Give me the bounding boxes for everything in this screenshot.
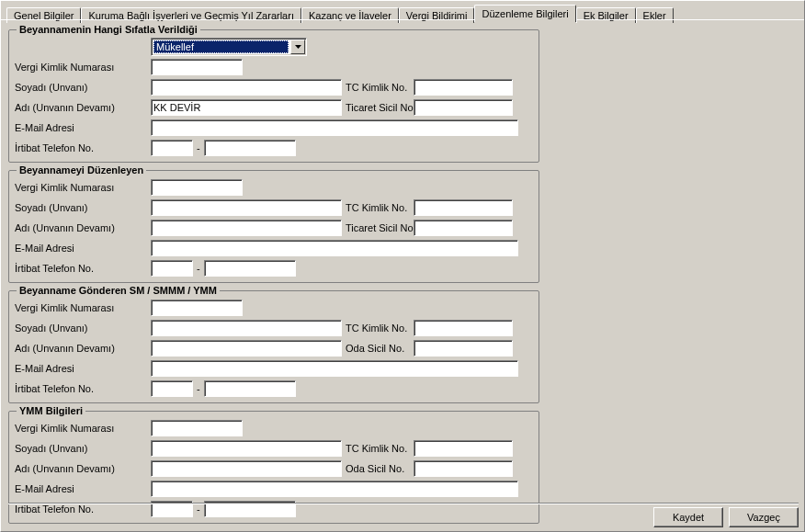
label-ticaret: Ticaret Sicil No. <box>342 102 414 113</box>
tckimlik-input[interactable] <box>414 79 513 96</box>
cancel-button[interactable]: Vazgeç <box>729 507 799 527</box>
tel-area-input[interactable] <box>151 140 193 156</box>
tab-vergi-bildirimi[interactable]: Vergi Bildirimi <box>399 7 475 23</box>
email-input[interactable] <box>151 481 518 497</box>
group-duzenleyen-legend: Beyannameyi Düzenleyen <box>17 164 146 175</box>
tel-number-input[interactable] <box>204 380 296 397</box>
soyadi-input[interactable] <box>151 440 342 457</box>
adi-input[interactable] <box>151 220 342 236</box>
group-gonderen: Beyanname Gönderen SM / SMMM / YMM Vergi… <box>8 285 539 403</box>
label-soyadi: Soyadı (Unvanı) <box>15 443 151 454</box>
odasicil-input[interactable] <box>414 460 513 477</box>
label-email: E-Mail Adresi <box>15 363 151 374</box>
tel-dash: - <box>197 142 200 153</box>
label-soyadi: Soyadı (Unvanı) <box>15 323 151 334</box>
adi-input[interactable] <box>151 340 342 357</box>
label-adi: Adı (Unvanın Devamı) <box>15 463 151 474</box>
label-soyadi: Soyadı (Unvanı) <box>15 82 151 93</box>
group-ymm-legend: YMM Bilgileri <box>17 405 85 416</box>
tel-number-input[interactable] <box>204 140 296 156</box>
main-panel: { "tabs": [ {"label": "Genel Bilgiler"},… <box>0 0 805 532</box>
vkn-input[interactable] <box>151 59 243 75</box>
label-email: E-Mail Adresi <box>15 243 151 254</box>
label-soyadi: Soyadı (Unvanı) <box>15 202 151 213</box>
soyadi-input[interactable] <box>151 199 342 216</box>
tab-kuruma-bagli[interactable]: Kuruma Bağlı İşyerleri ve Geçmiş Yıl Zar… <box>81 7 301 23</box>
ticaret-input[interactable] <box>414 220 513 236</box>
label-email: E-Mail Adresi <box>15 122 151 133</box>
adi-input[interactable] <box>151 460 342 477</box>
tckimlik-input[interactable] <box>414 440 513 457</box>
label-adi: Adı (Unvanın Devamı) <box>15 102 151 113</box>
label-adi: Adı (Unvanın Devamı) <box>15 222 151 233</box>
vkn-input[interactable] <box>151 420 243 436</box>
label-vkn: Vergi Kimlik Numarası <box>15 302 151 313</box>
tab-content: Beyannamenin Hangi Sıfatla Verildiği Mük… <box>1 20 804 524</box>
label-adi: Adı (Unvanın Devamı) <box>15 343 151 354</box>
label-tckimlik: TC Kimlik No. <box>342 323 414 334</box>
sifat-dropdown-value: Mükellef <box>153 40 289 53</box>
tel-area-input[interactable] <box>151 380 193 397</box>
label-tckimlik: TC Kimlik No. <box>342 443 414 454</box>
tab-duzenleme-bilgileri[interactable]: Düzenleme Bilgileri <box>474 5 575 22</box>
label-odasicil: Oda Sicil No. <box>342 343 414 354</box>
tel-number-input[interactable] <box>204 260 296 277</box>
group-sifat: Beyannamenin Hangi Sıfatla Verildiği Mük… <box>8 24 539 163</box>
odasicil-input[interactable] <box>414 340 513 357</box>
tab-ekler[interactable]: Ekler <box>636 7 674 23</box>
label-tckimlik: TC Kimlik No. <box>342 82 414 93</box>
email-input[interactable] <box>151 119 518 136</box>
soyadi-input[interactable] <box>151 320 342 336</box>
tab-ek-bilgiler[interactable]: Ek Bilgiler <box>576 7 636 23</box>
label-telefon: İrtibat Telefon No. <box>15 383 151 394</box>
label-telefon: İrtibat Telefon No. <box>15 142 151 153</box>
label-vkn: Vergi Kimlik Numarası <box>15 423 151 434</box>
chevron-down-icon[interactable] <box>290 40 305 54</box>
tckimlik-input[interactable] <box>414 320 513 336</box>
tckimlik-input[interactable] <box>414 199 513 216</box>
label-ticaret: Ticaret Sicil No. <box>342 222 414 233</box>
email-input[interactable] <box>151 240 518 256</box>
tel-dash: - <box>197 383 200 394</box>
label-email: E-Mail Adresi <box>15 483 151 494</box>
vkn-input[interactable] <box>151 300 243 316</box>
button-bar: Kaydet Vazgeç <box>8 503 799 527</box>
group-gonderen-legend: Beyanname Gönderen SM / SMMM / YMM <box>17 285 220 296</box>
label-vkn: Vergi Kimlik Numarası <box>15 62 151 73</box>
label-telefon: İrtibat Telefon No. <box>15 263 151 274</box>
group-sifat-legend: Beyannamenin Hangi Sıfatla Verildiği <box>17 24 200 35</box>
tab-kazanc-ilaveler[interactable]: Kazanç ve İlaveler <box>301 7 399 23</box>
tab-genel-bilgiler[interactable]: Genel Bilgiler <box>6 7 81 23</box>
label-tckimlik: TC Kimlik No. <box>342 202 414 213</box>
group-duzenleyen: Beyannameyi Düzenleyen Vergi Kimlik Numa… <box>8 164 539 283</box>
tel-dash: - <box>197 263 200 274</box>
label-vkn: Vergi Kimlik Numarası <box>15 182 151 193</box>
vkn-input[interactable] <box>151 179 243 196</box>
tel-area-input[interactable] <box>151 260 193 277</box>
tab-bar: Genel Bilgiler Kuruma Bağlı İşyerleri ve… <box>1 3 804 21</box>
tab-underline <box>1 19 804 20</box>
save-button[interactable]: Kaydet <box>653 507 723 527</box>
soyadi-input[interactable] <box>151 79 342 96</box>
svg-marker-0 <box>295 45 301 49</box>
label-odasicil: Oda Sicil No. <box>342 463 414 474</box>
email-input[interactable] <box>151 360 518 377</box>
adi-input[interactable] <box>151 99 342 116</box>
sifat-dropdown[interactable]: Mükellef <box>151 38 307 56</box>
ticaret-input[interactable] <box>414 99 513 116</box>
